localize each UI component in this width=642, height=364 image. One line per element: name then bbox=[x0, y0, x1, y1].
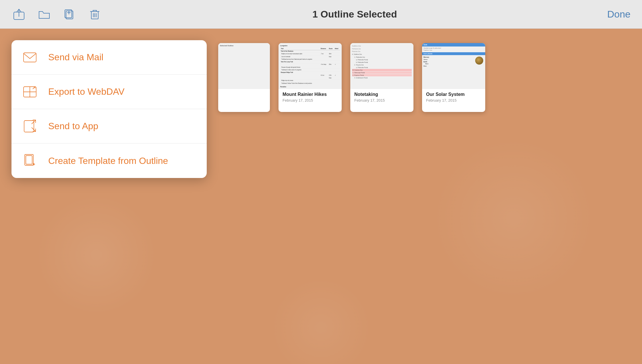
card-notetaking-info: Notetaking February 17, 2015 bbox=[350, 89, 413, 105]
mail-icon bbox=[22, 49, 38, 65]
trash-icon[interactable] bbox=[87, 7, 102, 22]
menu-item-send-mail-label: Send via Mail bbox=[48, 52, 103, 63]
svg-rect-16 bbox=[24, 121, 34, 132]
menu-item-send-app[interactable]: Send to App bbox=[11, 109, 207, 144]
send-app-icon bbox=[22, 118, 38, 134]
menu-item-create-template-label: Create Template from Outline bbox=[48, 156, 168, 166]
selected-card-partial[interactable]: Selected Outline bbox=[218, 43, 270, 112]
main-content: Send via Mail Export to WebDAV bbox=[0, 29, 642, 364]
card-solar-system-info: Our Solar System February 17, 2015 bbox=[422, 89, 485, 105]
cards-area: Selected Outline Longmire TrailDistanceR… bbox=[218, 40, 631, 112]
svg-rect-20 bbox=[26, 156, 32, 164]
folder-icon[interactable] bbox=[37, 7, 52, 22]
card-solar-system-date: February 17, 2015 bbox=[426, 98, 481, 102]
webdav-icon bbox=[22, 84, 38, 100]
svg-line-18 bbox=[32, 127, 36, 131]
template-icon bbox=[22, 153, 38, 169]
selected-card-preview: Selected Outline bbox=[218, 43, 270, 89]
done-button[interactable]: Done bbox=[607, 9, 631, 20]
card-mount-rainier-date: February 17, 2015 bbox=[283, 98, 338, 102]
card-notetaking-date: February 17, 2015 bbox=[354, 98, 409, 102]
card-mount-rainier-preview: Longmire TrailDistanceRouteHiked Trail o… bbox=[279, 43, 342, 89]
card-solar-system-preview: SUN Classified as type G1 yellow dwarf P… bbox=[422, 43, 485, 89]
menu-item-export-webdav[interactable]: Export to WebDAV bbox=[11, 75, 207, 109]
toolbar-title: 1 Outline Selected bbox=[102, 9, 607, 20]
menu-item-send-mail[interactable]: Send via Mail bbox=[11, 40, 207, 75]
action-menu: Send via Mail Export to WebDAV bbox=[11, 40, 207, 178]
duplicate-icon[interactable] bbox=[62, 7, 77, 22]
card-notetaking-title: Notetaking bbox=[354, 92, 409, 97]
menu-item-export-webdav-label: Export to WebDAV bbox=[48, 86, 125, 97]
card-notetaking[interactable]: Sublime Zoo Prehistoric Zoo Plutonium Zo… bbox=[350, 43, 413, 112]
menu-item-send-app-label: Send to App bbox=[48, 121, 98, 131]
card-mount-rainier[interactable]: Longmire TrailDistanceRouteHiked Trail o… bbox=[279, 43, 342, 112]
card-solar-system[interactable]: SUN Classified as type G1 yellow dwarf P… bbox=[422, 43, 485, 112]
card-mount-rainier-title: Mount Rainier Hikes bbox=[283, 92, 338, 97]
card-mount-rainier-info: Mount Rainier Hikes February 17, 2015 bbox=[279, 89, 342, 105]
share-icon[interactable] bbox=[11, 7, 26, 22]
toolbar-icons bbox=[11, 7, 102, 22]
svg-rect-11 bbox=[24, 53, 36, 62]
toolbar: 1 Outline Selected Done bbox=[0, 0, 642, 29]
menu-item-create-template[interactable]: Create Template from Outline bbox=[11, 144, 207, 178]
svg-line-15 bbox=[33, 87, 35, 89]
card-solar-system-title: Our Solar System bbox=[426, 92, 481, 97]
card-notetaking-preview: Sublime Zoo Prehistoric Zoo Plutonium Zo… bbox=[350, 43, 413, 89]
